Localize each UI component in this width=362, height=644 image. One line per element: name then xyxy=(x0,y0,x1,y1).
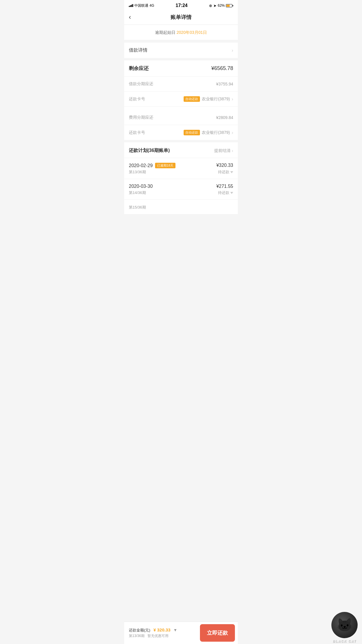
payment-status-2: 待还款 xyxy=(218,190,233,195)
plan-title: 还款计划(36期账单) xyxy=(129,148,170,154)
bank-name-2: 农业银行(3879) xyxy=(202,130,230,135)
plan-header: 还款计划(36期账单) 提前结清 › xyxy=(124,142,238,158)
overdue-date-row: 逾期起始日 2020年03月01日 xyxy=(124,25,238,40)
chevron-right-icon-3: › xyxy=(232,130,233,135)
repay-card-row-1[interactable]: 还款卡号 自动还款 农业银行(3879) › xyxy=(124,92,238,107)
fee-installment-value: ¥2809.84 xyxy=(216,115,233,120)
battery-icon xyxy=(226,4,233,7)
bottom-bar-sub: 第13/36期 暂无优惠可用 xyxy=(129,634,195,638)
payment-period-1: 第13/36期 xyxy=(129,169,146,175)
no-promo-text: 暂无优惠可用 xyxy=(147,634,168,638)
loan-detail-label: 借款详情 xyxy=(129,47,147,53)
divider-1 xyxy=(124,40,238,43)
overdue-date: 2020年03月01日 xyxy=(177,30,207,35)
bank-name-1: 农业银行(3879) xyxy=(202,97,230,102)
chevron-right-icon: › xyxy=(232,48,233,53)
payment-status-1: 待还款 xyxy=(218,169,233,175)
payment-date-1: 2020-02-29 xyxy=(129,163,153,168)
network-label: 4G xyxy=(150,4,154,8)
repay-card-value-1: 自动还款 农业银行(3879) › xyxy=(184,96,233,102)
bottom-bar-amount: ¥ 320.33 xyxy=(154,627,171,632)
fee-installment-label: 费用分期应还 xyxy=(129,115,153,120)
page-title: 账单详情 xyxy=(138,14,224,21)
dropdown-arrow-icon[interactable]: ▼ xyxy=(173,628,178,632)
nav-bar: ‹ 账单详情 xyxy=(124,10,238,25)
bottom-bar-left: 还款金额(元) ¥ 320.33 ▼ 第13/36期 暂无优惠可用 xyxy=(124,624,200,641)
summary-card: 剩余应还 ¥6565.78 借款分期应还 ¥3755.94 还款卡号 自动还款 … xyxy=(124,60,238,140)
bottom-spacer xyxy=(124,214,238,237)
period-row-1: 第13/36期 待还款 xyxy=(129,169,233,175)
battery-percent: 62% xyxy=(218,4,225,8)
pay-button[interactable]: 立即还款 xyxy=(200,624,235,642)
remaining-value: ¥6565.78 xyxy=(211,65,233,71)
auto-tag-1: 自动还款 xyxy=(184,96,200,102)
repay-card-value-2: 自动还款 农业银行(3879) › xyxy=(184,130,233,135)
payment-item-3: 第15/36期 xyxy=(124,200,238,214)
loan-installment-row: 借款分期应还 ¥3755.94 xyxy=(124,77,238,92)
repay-card-row-2[interactable]: 还款卡号 自动还款 农业银行(3879) › xyxy=(124,125,238,140)
inner-spacer xyxy=(124,107,238,110)
overdue-label: 逾期起始日 xyxy=(155,30,175,35)
auto-tag-2: 自动还款 xyxy=(184,130,200,135)
payment-period-2: 第14/36期 xyxy=(129,190,146,195)
fee-installment-row: 费用分期应还 ¥2809.84 xyxy=(124,110,238,125)
carrier-label: 中国联通 xyxy=(134,3,148,8)
payment-amount-1: ¥320.33 xyxy=(216,163,233,168)
loan-installment-value: ¥3755.94 xyxy=(216,82,233,86)
repay-card-label-1: 还款卡号 xyxy=(129,97,145,102)
period-sub: 第13/36期 xyxy=(129,634,145,638)
payment-date-row-1: 2020-02-29 已逾期18天 xyxy=(129,163,175,168)
remaining-row: 剩余应还 ¥6565.78 xyxy=(124,60,238,77)
status-right: ⊕ ➤ 62% xyxy=(209,4,233,8)
location-icon: ⊕ xyxy=(209,4,212,8)
signal-bars xyxy=(129,4,133,7)
payment-date-2: 2020-03-30 xyxy=(129,184,153,189)
bottom-bar-title: 还款金额(元) ¥ 320.33 ▼ xyxy=(129,627,195,633)
period-row-2: 第14/36期 待还款 xyxy=(129,190,233,195)
divider-3 xyxy=(124,140,238,142)
payment-date-row-2: 2020-03-30 xyxy=(129,184,153,189)
repay-card-label-2: 还款卡号 xyxy=(129,130,145,135)
chevron-right-icon-4: › xyxy=(232,148,233,153)
payment-item-2: 2020-03-30 ¥271.55 第14/36期 待还款 xyxy=(124,179,238,200)
divider-2 xyxy=(124,58,238,60)
triangle-down-icon-2 xyxy=(230,192,233,194)
loan-detail-card: 借款详情 › xyxy=(124,43,238,58)
chevron-right-icon-2: › xyxy=(232,97,233,102)
loan-installment-label: 借款分期应还 xyxy=(129,81,153,87)
remaining-label: 剩余应还 xyxy=(129,65,149,72)
navigation-icon: ➤ xyxy=(213,4,217,8)
payment-amount-2: ¥271.55 xyxy=(216,184,233,189)
back-button[interactable]: ‹ xyxy=(129,13,138,21)
status-left: 中国联通 4G xyxy=(129,3,154,8)
triangle-down-icon-1 xyxy=(230,171,233,173)
time-label: 17:24 xyxy=(176,3,188,8)
status-bar: 中国联通 4G 17:24 ⊕ ➤ 62% xyxy=(124,0,238,10)
payment-plan-card: 还款计划(36期账单) 提前结清 › 2020-02-29 已逾期18天 ¥32… xyxy=(124,142,238,214)
early-settle-label: 提前结清 xyxy=(214,148,231,153)
early-settle-row[interactable]: 提前结清 › xyxy=(214,148,233,153)
payment-period-3: 第15/36期 xyxy=(129,205,146,209)
bottom-payment-bar: 还款金额(元) ¥ 320.33 ▼ 第13/36期 暂无优惠可用 立即还款 xyxy=(124,622,238,644)
overdue-badge-1: 已逾期18天 xyxy=(155,163,175,168)
payment-item-1: 2020-02-29 已逾期18天 ¥320.33 第13/36期 待还款 xyxy=(124,158,238,179)
loan-detail-row[interactable]: 借款详情 › xyxy=(124,43,238,58)
